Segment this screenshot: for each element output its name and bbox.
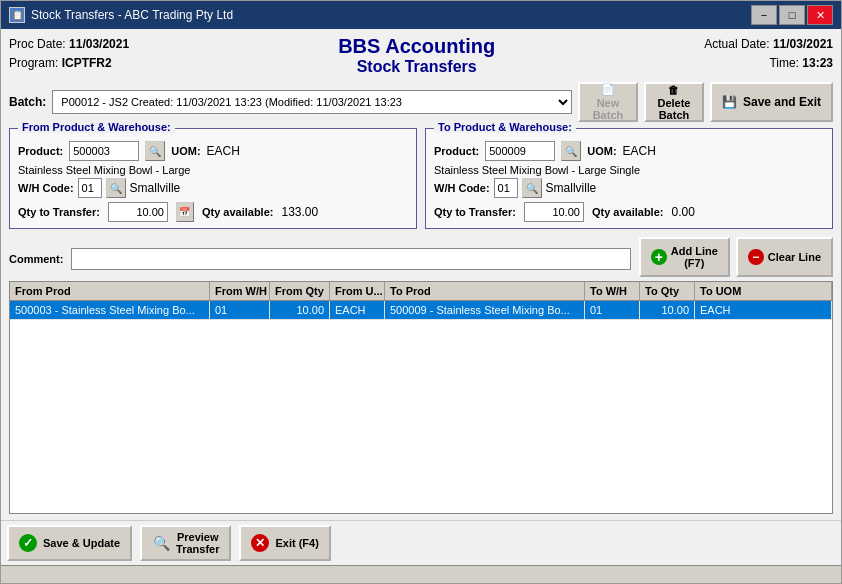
toolbar-row: Batch: P00012 - JS2 Created: 11/03/2021 … bbox=[9, 82, 833, 122]
from-wh-row: W/H Code: 🔍 Smallville bbox=[18, 178, 408, 198]
to-product-input[interactable] bbox=[485, 141, 555, 161]
from-qty-input[interactable] bbox=[108, 202, 168, 222]
preview-icon: 🔍 bbox=[152, 534, 170, 552]
time-row: Time: 13:23 bbox=[704, 54, 833, 73]
delete-batch-button[interactable]: 🗑 DeleteBatch bbox=[644, 82, 704, 122]
save-update-label: Save & Update bbox=[43, 537, 120, 549]
new-batch-icon: 📄 bbox=[601, 83, 615, 96]
comment-input[interactable] bbox=[71, 248, 630, 270]
cell-from-wh: 01 bbox=[210, 301, 270, 319]
save-exit-icon: 💾 bbox=[722, 95, 737, 109]
title-bar-controls: − □ ✕ bbox=[751, 5, 833, 25]
col-from-wh: From W/H bbox=[210, 282, 270, 300]
save-update-icon: ✓ bbox=[19, 534, 37, 552]
new-batch-label: NewBatch bbox=[593, 97, 624, 121]
save-exit-button[interactable]: 💾 Save and Exit bbox=[710, 82, 833, 122]
to-product-label: Product: bbox=[434, 145, 479, 157]
exit-button[interactable]: ✕ Exit (F4) bbox=[239, 525, 330, 561]
from-qty-label: Qty to Transfer: bbox=[18, 206, 100, 218]
program-value: ICPTFR2 bbox=[62, 56, 112, 70]
to-qty-avail-label: Qty available: bbox=[592, 206, 664, 218]
to-product-name: Stainless Steel Mixing Bowl - Large Sing… bbox=[434, 164, 824, 176]
to-qty-input[interactable] bbox=[524, 202, 584, 222]
from-uom-label: UOM: bbox=[171, 145, 200, 157]
meta-center: BBS Accounting Stock Transfers bbox=[129, 35, 704, 76]
from-product-search-button[interactable]: 🔍 bbox=[145, 141, 165, 161]
to-wh-row: W/H Code: 🔍 Smallville bbox=[434, 178, 824, 198]
save-exit-label: Save and Exit bbox=[743, 95, 821, 109]
to-product-row: Product: 🔍 UOM: EACH bbox=[434, 141, 824, 161]
from-cal-button[interactable]: 📅 bbox=[176, 202, 194, 222]
from-panel: From Product & Warehouse: Product: 🔍 UOM… bbox=[9, 128, 417, 229]
actual-date-row: Actual Date: 11/03/2021 bbox=[704, 35, 833, 54]
add-line-label: Add Line(F7) bbox=[671, 245, 718, 269]
proc-date-row: Proc Date: 11/03/2021 bbox=[9, 35, 129, 54]
maximize-button[interactable]: □ bbox=[779, 5, 805, 25]
comment-label: Comment: bbox=[9, 253, 63, 265]
cell-to-uom: EACH bbox=[695, 301, 832, 319]
preview-transfer-button[interactable]: 🔍 PreviewTransfer bbox=[140, 525, 231, 561]
from-product-input[interactable] bbox=[69, 141, 139, 161]
cell-to-wh: 01 bbox=[585, 301, 640, 319]
program-label: Program: bbox=[9, 56, 58, 70]
from-product-label: Product: bbox=[18, 145, 63, 157]
status-bar bbox=[1, 565, 841, 583]
from-uom-value: EACH bbox=[207, 144, 240, 158]
col-to-wh: To W/H bbox=[585, 282, 640, 300]
from-wh-name: Smallville bbox=[130, 181, 181, 195]
from-wh-input[interactable] bbox=[78, 178, 102, 198]
from-qty-avail-value: 133.00 bbox=[281, 205, 318, 219]
exit-label: Exit (F4) bbox=[275, 537, 318, 549]
to-uom-value: EACH bbox=[623, 144, 656, 158]
to-qty-avail-value: 0.00 bbox=[671, 205, 694, 219]
time-value: 13:23 bbox=[802, 56, 833, 70]
close-button[interactable]: ✕ bbox=[807, 5, 833, 25]
delete-batch-icon: 🗑 bbox=[668, 84, 679, 96]
app-icon: 📋 bbox=[9, 7, 25, 23]
to-wh-name: Smallville bbox=[546, 181, 597, 195]
from-product-name: Stainless Steel Mixing Bowl - Large bbox=[18, 164, 408, 176]
save-update-button[interactable]: ✓ Save & Update bbox=[7, 525, 132, 561]
from-qty-row: Qty to Transfer: 📅 Qty available: 133.00 bbox=[18, 202, 408, 222]
meta-right: Actual Date: 11/03/2021 Time: 13:23 bbox=[704, 35, 833, 73]
minimize-button[interactable]: − bbox=[751, 5, 777, 25]
proc-date-value: 11/03/2021 bbox=[69, 37, 129, 51]
to-panel: To Product & Warehouse: Product: 🔍 UOM: … bbox=[425, 128, 833, 229]
from-panel-title: From Product & Warehouse: bbox=[18, 121, 175, 133]
program-row: Program: ICPTFR2 bbox=[9, 54, 129, 73]
action-buttons: + Add Line(F7) − Clear Line bbox=[639, 237, 833, 277]
meta-left: Proc Date: 11/03/2021 Program: ICPTFR2 bbox=[9, 35, 129, 73]
table-row[interactable]: 500003 - Stainless Steel Mixing Bo... 01… bbox=[10, 301, 832, 320]
module-name: Stock Transfers bbox=[129, 58, 704, 76]
to-panel-title: To Product & Warehouse: bbox=[434, 121, 576, 133]
proc-date-label: Proc Date: bbox=[9, 37, 66, 51]
batch-label: Batch: bbox=[9, 95, 46, 109]
cell-from-qty: 10.00 bbox=[270, 301, 330, 319]
clear-line-label: Clear Line bbox=[768, 251, 821, 263]
to-qty-label: Qty to Transfer: bbox=[434, 206, 516, 218]
to-product-search-button[interactable]: 🔍 bbox=[561, 141, 581, 161]
add-line-icon: + bbox=[651, 249, 667, 265]
to-wh-input[interactable] bbox=[494, 178, 518, 198]
col-to-prod: To Prod bbox=[385, 282, 585, 300]
clear-line-inner: − Clear Line bbox=[748, 249, 821, 265]
add-line-button[interactable]: + Add Line(F7) bbox=[639, 237, 730, 277]
meta-row: Proc Date: 11/03/2021 Program: ICPTFR2 B… bbox=[9, 35, 833, 76]
time-label: Time: bbox=[769, 56, 799, 70]
exit-icon: ✕ bbox=[251, 534, 269, 552]
delete-batch-label: DeleteBatch bbox=[657, 97, 690, 121]
new-batch-button[interactable]: 📄 NewBatch bbox=[578, 82, 638, 122]
clear-line-button[interactable]: − Clear Line bbox=[736, 237, 833, 277]
batch-select[interactable]: P00012 - JS2 Created: 11/03/2021 13:23 (… bbox=[52, 90, 572, 114]
to-wh-search-button[interactable]: 🔍 bbox=[522, 178, 542, 198]
cell-from-uom: EACH bbox=[330, 301, 385, 319]
from-product-row: Product: 🔍 UOM: EACH bbox=[18, 141, 408, 161]
title-bar-left: 📋 Stock Transfers - ABC Trading Pty Ltd bbox=[9, 7, 233, 23]
from-wh-search-button[interactable]: 🔍 bbox=[106, 178, 126, 198]
grid-section: From Prod From W/H From Qty From U... To… bbox=[9, 281, 833, 514]
col-from-uom: From U... bbox=[330, 282, 385, 300]
add-line-inner: + Add Line(F7) bbox=[651, 245, 718, 269]
clear-line-icon: − bbox=[748, 249, 764, 265]
panels-row: From Product & Warehouse: Product: 🔍 UOM… bbox=[9, 128, 833, 229]
company-name: BBS Accounting bbox=[129, 35, 704, 58]
